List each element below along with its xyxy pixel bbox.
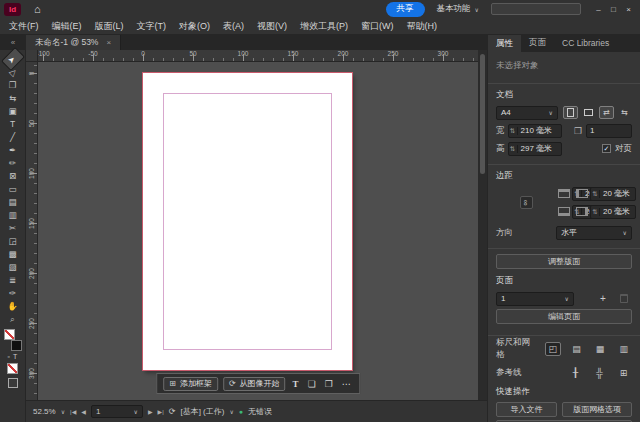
width-field[interactable]: ⇅ 210 毫米: [508, 124, 562, 138]
next-page-button[interactable]: ▶: [148, 408, 153, 415]
new-page-icon[interactable]: ❏: [306, 379, 318, 389]
menu-layout[interactable]: 版面(L): [95, 20, 124, 33]
tab-cc-libraries[interactable]: CC Libraries: [554, 34, 617, 52]
show-rulers-icon[interactable]: ◰: [545, 342, 562, 356]
stepper-icon[interactable]: ⇅: [591, 190, 600, 198]
close-button[interactable]: ×: [621, 5, 636, 14]
menu-type[interactable]: 文字(T): [137, 20, 167, 33]
gap-tool[interactable]: ⇆: [3, 92, 23, 105]
menu-edit[interactable]: 编辑(E): [52, 20, 82, 33]
scissors-tool[interactable]: ✂: [3, 222, 23, 235]
scrollbar-thumb[interactable]: [480, 54, 485, 174]
pencil-tool[interactable]: ✏: [3, 157, 23, 170]
content-collector-tool[interactable]: ▣: [3, 105, 23, 118]
formatting-container-icon[interactable]: ▫: [8, 353, 10, 360]
layout-grid-options-button[interactable]: 版面网格选项: [562, 402, 632, 417]
start-with-image-button[interactable]: ⟳ 从图像开始: [223, 377, 286, 391]
last-page-button[interactable]: ▶|: [158, 408, 164, 415]
eyedropper-tool[interactable]: ✑: [3, 287, 23, 300]
menu-plugins[interactable]: 增效工具(P): [300, 20, 348, 33]
formatting-affects-toggle[interactable]: ▫ T: [8, 353, 18, 360]
refresh-icon[interactable]: ⟳: [169, 407, 176, 416]
delete-page-icon[interactable]: [620, 294, 628, 303]
pasteboard[interactable]: ⊞ 添加框架 ⟳ 从图像开始 T ❏ ❐ ⋯: [38, 62, 478, 400]
add-frame-button[interactable]: ⊞ 添加框架: [163, 377, 218, 391]
page-size-select[interactable]: A4 ∨: [496, 106, 558, 120]
menu-object[interactable]: 对象(O): [179, 20, 210, 33]
share-button[interactable]: 共享: [386, 2, 425, 17]
rectangle-tool[interactable]: ▭: [3, 183, 23, 196]
gradient-feather-tool[interactable]: ▨: [3, 261, 23, 274]
stepper-icon[interactable]: ⇅: [509, 145, 518, 153]
close-tab-icon[interactable]: ×: [106, 38, 111, 47]
stepper-icon[interactable]: ⇅: [591, 208, 600, 216]
lock-guides-icon[interactable]: ⊞: [615, 366, 632, 380]
vertical-ruler[interactable]: 0 50 100 150 200 250 300: [26, 62, 38, 400]
ruler-origin-corner[interactable]: [26, 50, 38, 62]
preflight-profile[interactable]: [基本] (工作): [180, 406, 224, 417]
pen-tool[interactable]: ✒: [3, 144, 23, 157]
page-number-select[interactable]: 1 ∨: [91, 405, 143, 418]
rectangle-frame-tool[interactable]: ⊠: [3, 170, 23, 183]
document-tab[interactable]: 未命名-1 @ 53% ×: [26, 35, 121, 50]
horizontal-grid-tool[interactable]: ▤: [3, 196, 23, 209]
add-page-icon[interactable]: +: [596, 293, 610, 304]
screen-mode-icon[interactable]: [8, 378, 18, 388]
margin-inside-field[interactable]: ⇅ 20 毫米: [590, 187, 636, 201]
workspace-switcher[interactable]: 基本功能 ∨: [437, 3, 479, 15]
vertical-scrollbar[interactable]: [478, 50, 487, 400]
note-tool[interactable]: ≣: [3, 274, 23, 287]
document-grid-icon[interactable]: ▦: [592, 342, 609, 356]
smart-guides-icon[interactable]: ╬: [591, 366, 608, 380]
binding-ltr-icon[interactable]: ⇄: [599, 106, 614, 119]
more-options-icon[interactable]: ⋯: [340, 379, 353, 389]
stepper-icon[interactable]: ⇅: [509, 127, 518, 135]
direction-select[interactable]: 水平 ∨: [556, 226, 632, 240]
apply-none-swatch[interactable]: [7, 363, 18, 374]
binding-rtl-icon[interactable]: ⇆: [617, 106, 632, 119]
hand-tool[interactable]: ✋: [3, 300, 23, 313]
margin-outside-field[interactable]: ⇅ 20 毫米: [590, 205, 636, 219]
orientation-portrait-icon[interactable]: [563, 106, 578, 119]
menu-view[interactable]: 视图(V): [257, 20, 287, 33]
adjust-layout-button[interactable]: 调整版面: [496, 254, 632, 269]
document-page[interactable]: [143, 73, 352, 370]
maximize-button[interactable]: □: [606, 5, 621, 14]
tab-pages[interactable]: 页面: [521, 34, 554, 52]
vertical-grid-tool[interactable]: ▥: [3, 209, 23, 222]
orientation-landscape-icon[interactable]: [581, 106, 596, 119]
previous-page-button[interactable]: ◀: [81, 408, 86, 415]
free-transform-tool[interactable]: ◲: [3, 235, 23, 248]
zoom-tool[interactable]: ⌕: [3, 313, 23, 326]
show-guides-icon[interactable]: ╂: [567, 366, 584, 380]
edit-pages-button[interactable]: 编辑页面: [496, 309, 632, 324]
horizontal-ruler[interactable]: -100 -50 0 50 100 150 200 250 300: [38, 50, 478, 62]
export-page-icon[interactable]: ❐: [323, 379, 335, 389]
home-icon[interactable]: ⌂: [34, 4, 41, 15]
menu-help[interactable]: 帮助(H): [407, 20, 438, 33]
menu-table[interactable]: 表(A): [223, 20, 244, 33]
line-tool[interactable]: ╱: [3, 131, 23, 144]
layout-grid-icon[interactable]: ▥: [615, 342, 632, 356]
current-page-select[interactable]: 1 ∨: [496, 292, 574, 306]
baseline-grid-icon[interactable]: ▤: [568, 342, 585, 356]
import-file-button[interactable]: 导入文件: [496, 402, 557, 417]
minimize-button[interactable]: –: [591, 5, 606, 14]
type-tool[interactable]: T: [3, 118, 23, 131]
menu-file[interactable]: 文件(F): [9, 20, 39, 33]
gradient-swatch-tool[interactable]: ▩: [3, 248, 23, 261]
pages-count-field[interactable]: 1: [586, 124, 632, 138]
link-margins-icon[interactable]: ∞: [520, 196, 533, 209]
add-text-icon[interactable]: T: [291, 379, 301, 389]
height-field[interactable]: ⇅ 297 毫米: [508, 142, 562, 156]
fill-stroke-swatches[interactable]: [3, 329, 23, 351]
tab-properties[interactable]: 属性: [488, 35, 521, 52]
first-page-button[interactable]: |◀: [70, 408, 76, 415]
fill-swatch-none[interactable]: [4, 329, 15, 340]
facing-pages-checkbox[interactable]: ✓: [602, 144, 611, 153]
menu-window[interactable]: 窗口(W): [361, 20, 394, 33]
formatting-text-icon[interactable]: T: [13, 353, 17, 360]
search-input[interactable]: [491, 3, 581, 15]
stroke-swatch[interactable]: [11, 340, 22, 351]
zoom-level-select[interactable]: 52.5%: [33, 407, 56, 416]
